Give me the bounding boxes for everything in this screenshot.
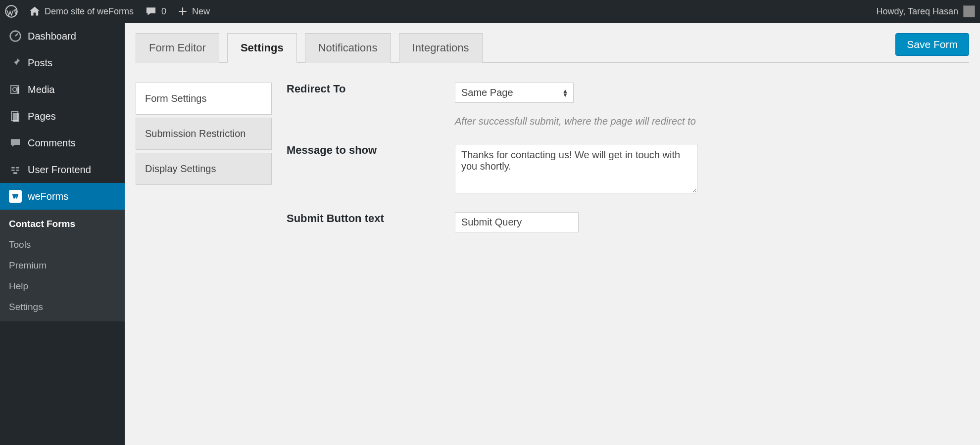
sidebar-item-label: Pages: [28, 111, 56, 122]
weforms-icon: [9, 190, 22, 203]
comments-link[interactable]: 0: [145, 5, 166, 18]
user-frontend-icon: [9, 163, 22, 176]
sidebar-item-label: Posts: [28, 57, 52, 69]
message-textarea[interactable]: [455, 144, 697, 193]
sidebar-item-pages[interactable]: Pages: [0, 103, 125, 130]
tab-settings[interactable]: Settings: [227, 33, 297, 63]
sidebar-item-user-frontend[interactable]: User Frontend: [0, 156, 125, 183]
wordpress-icon: [5, 5, 18, 18]
submit-text-input[interactable]: [455, 212, 579, 232]
redirect-to-value: Same Page: [461, 87, 513, 98]
sidebar-item-label: Media: [28, 84, 54, 95]
settings-sub-tabs: Form Settings Submission Restriction Dis…: [136, 83, 272, 249]
plus-icon: [177, 6, 188, 17]
avatar: [963, 5, 975, 17]
sidebar-submenu: Contact Forms Tools Premium Help Setting…: [0, 210, 125, 321]
comment-icon: [9, 136, 22, 149]
comments-count: 0: [161, 6, 166, 17]
dashboard-icon: [9, 30, 22, 43]
media-icon: [9, 83, 22, 96]
submenu-contact-forms[interactable]: Contact Forms: [0, 214, 125, 234]
page-icon: [9, 110, 22, 123]
submenu-tools[interactable]: Tools: [0, 234, 125, 255]
new-label: New: [192, 6, 210, 17]
message-label: Message to show: [287, 144, 455, 195]
wp-logo-link[interactable]: [5, 5, 18, 18]
vtab-submission-restriction[interactable]: Submission Restriction: [136, 118, 272, 150]
site-name: Demo site of weForms: [45, 6, 134, 17]
visit-site-link[interactable]: Demo site of weForms: [29, 5, 134, 17]
sidebar-item-label: Dashboard: [28, 31, 76, 42]
submenu-help[interactable]: Help: [0, 276, 125, 297]
redirect-help-text: After successfull submit, where the page…: [455, 116, 969, 127]
tab-form-editor[interactable]: Form Editor: [136, 33, 219, 63]
greeting-text: Howdy, Tareq Hasan: [877, 6, 958, 17]
vtab-form-settings[interactable]: Form Settings: [136, 83, 272, 115]
svg-rect-5: [13, 113, 19, 122]
tab-integrations[interactable]: Integrations: [399, 33, 483, 63]
home-icon: [29, 5, 41, 17]
redirect-to-label: Redirect To: [287, 83, 455, 127]
pin-icon: [9, 56, 22, 69]
form-tabs: Form Editor Settings Notifications Integ…: [136, 33, 483, 62]
submenu-settings[interactable]: Settings: [0, 297, 125, 317]
sidebar-item-dashboard[interactable]: Dashboard: [0, 23, 125, 49]
sidebar-item-weforms[interactable]: weForms: [0, 183, 125, 210]
comment-icon: [145, 5, 157, 18]
redirect-to-select[interactable]: Same Page ▲▼: [455, 83, 574, 103]
chevron-updown-icon: ▲▼: [562, 89, 568, 97]
sidebar-item-media[interactable]: Media: [0, 76, 125, 103]
sidebar-item-label: Comments: [28, 137, 76, 149]
tab-notifications[interactable]: Notifications: [305, 33, 391, 63]
sidebar-item-posts[interactable]: Posts: [0, 49, 125, 76]
vtab-display-settings[interactable]: Display Settings: [136, 153, 272, 185]
new-content-link[interactable]: New: [177, 6, 210, 17]
sidebar-item-label: weForms: [28, 191, 68, 202]
main-content: Form Editor Settings Notifications Integ…: [125, 23, 980, 445]
user-account-link[interactable]: Howdy, Tareq Hasan: [877, 5, 975, 17]
admin-bar: Demo site of weForms 0 New Howdy, Tareq …: [0, 0, 980, 23]
sidebar-item-comments[interactable]: Comments: [0, 130, 125, 156]
submit-text-label: Submit Button text: [287, 212, 455, 232]
svg-point-3: [13, 88, 17, 91]
admin-sidebar: Dashboard Posts Media Pages Comments Use…: [0, 23, 125, 445]
sidebar-item-label: User Frontend: [28, 164, 91, 176]
submenu-premium[interactable]: Premium: [0, 255, 125, 276]
save-form-button[interactable]: Save Form: [895, 33, 969, 56]
